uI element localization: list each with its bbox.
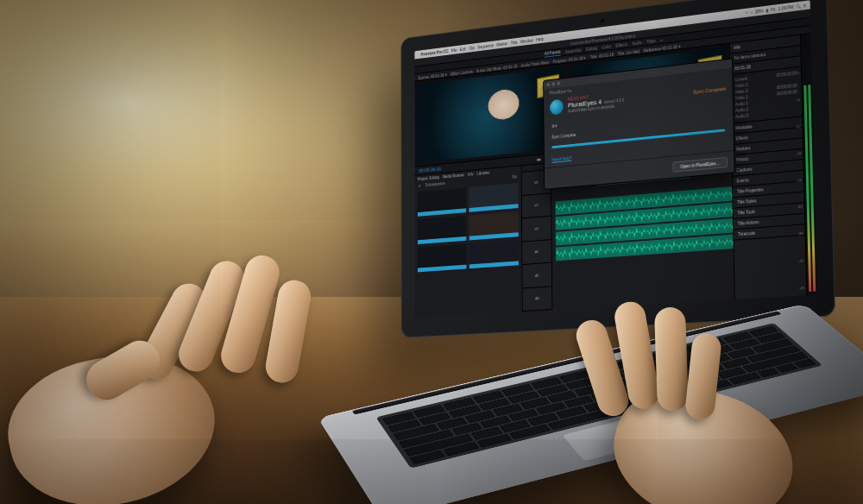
menu-edit[interactable]: Edit [460,47,466,53]
sidebar-panel-title-actions[interactable]: Title Actions [734,214,805,230]
clip-thumb[interactable] [418,244,466,273]
workspace-assembly[interactable]: Assembly [565,47,582,54]
source-monitor[interactable]: 100 Step [418,67,564,163]
sidebar-panel-captions[interactable]: Captions [733,160,803,177]
menu-clip[interactable]: Clip [469,45,475,51]
source-timecode[interactable]: 00:00:29:16 [419,167,441,173]
spotlight-icon[interactable]: 🔍 [796,3,801,9]
menu-window[interactable]: Window [520,38,533,45]
sidebar-panel-history[interactable]: History [732,149,803,167]
menu-title[interactable]: Title [511,40,518,46]
sidebar-panel-events[interactable]: Events [733,171,803,187]
sidebar-panel-metadata[interactable]: Metadata [732,117,803,134]
info-kv-block: Current:00;00;00;00Video 3:Video 2:00;00… [730,67,802,124]
track-a1[interactable]: A1 [522,240,551,265]
clip-thumbnails[interactable] [415,180,522,318]
settings-gear-icon[interactable]: ⚙ ▾ [551,123,557,129]
sidebar-panel-timecode[interactable]: Timecode [734,224,805,240]
program-sign: 100 Step [699,56,721,79]
info-kv: Audio 3: [735,108,797,121]
db-mark: 0 [797,71,800,75]
traffic-minimize-icon[interactable] [551,82,554,85]
db-mark: -30 [797,205,803,210]
info-kv: Video 2:00;00;00;00 [735,83,797,96]
meter-l [803,85,811,292]
sidebar-panel-title-styles[interactable]: Title Styles [733,192,803,209]
clip-thumb[interactable] [469,183,519,212]
menu-help[interactable]: Help [536,36,544,42]
workspace-effects[interactable]: Effects [615,41,627,48]
sidebar-panel-effects[interactable]: Effects [732,128,803,145]
goto-in-icon[interactable]: ⏮ [536,156,542,161]
laptop-lid: Premiere Pro CC File Edit Clip Sequence … [401,0,835,338]
workspace-overflow-icon[interactable]: » [660,37,663,42]
audio-clip[interactable] [555,186,734,215]
pluraleyes-logo-icon [550,98,564,115]
tab-title-notitle[interactable]: Title: (no title) [617,49,639,56]
program-timecode[interactable]: 00;04;09;00 [694,138,727,148]
db-mark: -24 [797,178,802,183]
db-mark: -6 [797,98,800,103]
sidebar-panel-title-tools[interactable]: Title Tools [734,203,804,219]
bluetooth-icon[interactable]: ᚼ [750,9,753,15]
master-audio-meter[interactable] [800,34,817,295]
webcam [601,18,604,22]
sidebar-panel-markers[interactable]: Markers [732,138,803,155]
traffic-zoom-icon[interactable] [557,82,559,85]
menu-file[interactable]: File [451,47,457,53]
info-panel-header[interactable]: Info [730,35,801,54]
info-clip-name: A5-01-18 [730,56,801,75]
video-clip[interactable] [639,158,694,172]
track-v2[interactable]: V2 [522,193,551,219]
key[interactable] [556,406,587,419]
sidebar-panel-title-properties[interactable]: Title Properties [733,181,803,198]
workspace-audio[interactable]: Audio [632,40,642,46]
battery-percent: 28% [755,8,764,14]
db-mark: -12 [795,124,800,129]
video-clip[interactable] [596,169,690,186]
bin-collapse-icon[interactable]: ▸ [419,183,420,187]
clip-thumb[interactable] [418,187,466,216]
key[interactable] [501,384,533,396]
info-kv: Video 1:00;00;00;00 [735,89,797,102]
meter-r [808,85,816,291]
pluraleyes-panel[interactable]: PluralEyes 4 ▸ REDGIANT PluralEyes 4vers… [543,58,734,190]
project-panel[interactable]: Project: Editing Media Browser Info Libr… [415,166,523,318]
menu-marker[interactable]: Marker [496,41,507,47]
track-headers[interactable]: V3 V2 V1 A1 A2 A3 [521,170,552,312]
screen: Premiere Pro CC File Edit Clip Sequence … [414,0,817,318]
info-panel-empty: No items selected. [730,46,801,65]
track-a3[interactable]: A3 [523,287,552,312]
laptop-base [318,304,863,504]
db-mark: -36 [797,231,803,236]
info-kv: Audio 2: [735,101,797,114]
progress-label: Sync Complete [551,133,576,140]
workspace-color[interactable]: Color [602,43,612,49]
info-kv: Current:00;00;00;00 [734,70,797,83]
traffic-close-icon[interactable] [546,83,549,86]
clip-thumb[interactable] [469,240,519,268]
sync-status: Sync Complete [693,85,726,94]
open-in-pluraleyes-button[interactable]: Open in PluralEyes… [673,157,728,173]
clock-time[interactable]: 1:29 PM [778,4,793,11]
tab-reference[interactable]: Reference A5-01-18 ▾ [644,44,681,53]
battery-icon[interactable]: ▮ [765,8,768,13]
notifications-icon[interactable]: ≡ [803,3,806,8]
right-sidebar[interactable]: Info No items selected. A5-01-18 Current… [729,35,807,299]
bin-col2: Ra [513,174,517,179]
clip-thumb[interactable] [418,216,466,244]
clock-day[interactable]: Fri [771,6,776,12]
workspace-titles[interactable]: Titles [646,38,656,44]
audio-meter-scale: 0-6-12-18-24-30-36-42-48 [791,71,804,291]
laptop: Premiere Pro CC File Edit Clip Sequence … [362,9,863,492]
workspace-editing[interactable]: Editing [586,45,597,51]
clip-thumb[interactable] [469,211,519,241]
track-v1[interactable]: V1 [522,217,551,243]
info-kv: Audio 1: [735,95,797,108]
db-mark: -18 [796,151,801,156]
photo-scene: Premiere Pro CC File Edit Clip Sequence … [0,0,863,504]
keyboard[interactable] [375,323,822,469]
wifi-icon[interactable]: ⌔ [745,10,747,16]
track-a2[interactable]: A2 [522,263,551,288]
menubar-status[interactable]: ⌔ ᚼ 28% ▮ Fri 1:29 PM 🔍 ≡ [745,3,806,16]
